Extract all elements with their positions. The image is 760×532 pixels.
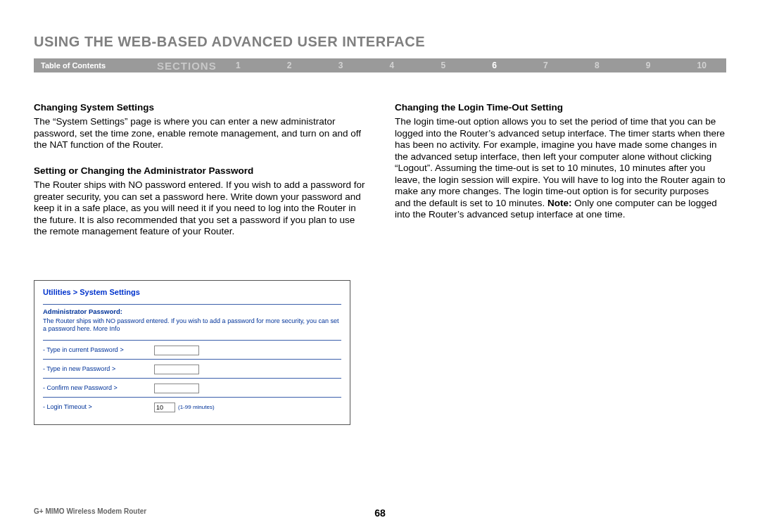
section-link-10[interactable]: 10	[697, 61, 707, 70]
heading-login-timeout: Changing the Login Time-Out Setting	[395, 102, 726, 113]
current-password-input[interactable]	[154, 346, 199, 355]
heading-system-settings: Changing System Settings	[34, 102, 365, 113]
label-confirm-password: - Confirm new Password >	[43, 384, 154, 392]
new-password-input[interactable]	[154, 365, 199, 374]
page-number: 68	[374, 507, 386, 519]
section-link-2[interactable]: 2	[287, 61, 292, 70]
section-link-7[interactable]: 7	[543, 61, 548, 70]
section-link-8[interactable]: 8	[595, 61, 600, 70]
section-nav: Table of Contents SECTIONS 1 2 3 4 5 6 7…	[34, 58, 726, 72]
section-link-6[interactable]: 6	[492, 61, 497, 70]
settings-panel: Utilities > System Settings Administrato…	[34, 280, 350, 425]
panel-breadcrumb: Utilities > System Settings	[43, 288, 341, 297]
login-timeout-input[interactable]	[154, 403, 175, 412]
page-title: USING THE WEB-BASED ADVANCED USER INTERF…	[34, 34, 726, 50]
para-login-timeout: The login time-out option allows you to …	[395, 116, 726, 220]
note-label: Note:	[547, 198, 572, 208]
page-footer: G+ MIMO Wireless Modem Router 68	[34, 507, 726, 515]
toc-link[interactable]: Table of Contents	[34, 61, 157, 70]
label-login-timeout: - Login Timeout >	[43, 403, 154, 411]
product-name: G+ MIMO Wireless Modem Router	[34, 507, 146, 515]
panel-desc: The Router ships with NO password entere…	[43, 317, 341, 333]
heading-admin-password: Setting or Changing the Administrator Pa…	[34, 165, 365, 177]
label-new-password: - Type in new Password >	[43, 365, 154, 373]
section-link-5[interactable]: 5	[441, 61, 445, 70]
confirm-password-input[interactable]	[154, 384, 199, 393]
sections-label: SECTIONS	[157, 60, 236, 72]
para-system-settings: The “System Settings” page is where you …	[34, 116, 365, 151]
section-link-4[interactable]: 4	[390, 61, 395, 70]
left-column: Changing System Settings The “System Set…	[34, 102, 365, 425]
label-current-password: - Type in current Password >	[43, 346, 154, 354]
timeout-hint: (1-99 minutes)	[178, 404, 215, 411]
panel-section-title: Administrator Password:	[43, 308, 341, 316]
right-column: Changing the Login Time-Out Setting The …	[395, 102, 726, 425]
section-numbers: 1 2 3 4 5 6 7 8 9 10	[236, 61, 726, 70]
para-admin-password: The Router ships with NO password entere…	[34, 179, 365, 237]
section-link-3[interactable]: 3	[338, 61, 343, 70]
section-link-1[interactable]: 1	[236, 61, 241, 70]
section-link-9[interactable]: 9	[646, 61, 651, 70]
more-info-link[interactable]: More Info	[94, 325, 120, 332]
